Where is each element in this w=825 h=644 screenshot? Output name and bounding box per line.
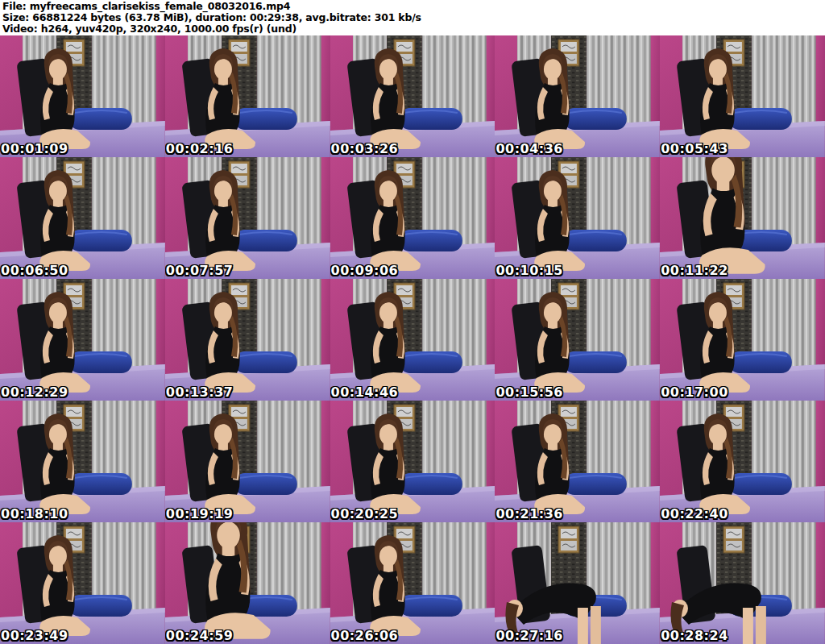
webcam-frame-image — [495, 157, 660, 279]
timestamp-overlay: 00:15:56 — [495, 384, 563, 400]
video-thumbnail[interactable]: 00:20:25 — [330, 401, 495, 522]
timestamp-overlay: 00:20:25 — [331, 506, 399, 521]
timestamp-overlay: 00:21:36 — [495, 506, 563, 521]
webcam-frame-image — [660, 157, 825, 279]
video-contact-sheet: File: myfreecams_clarisekiss_female_0803… — [0, 0, 825, 644]
timestamp-overlay: 00:26:06 — [331, 628, 399, 643]
video-thumbnail[interactable]: 00:24:59 — [165, 522, 330, 644]
timestamp-overlay: 00:01:09 — [1, 141, 68, 156]
timestamp-overlay: 00:09:06 — [331, 263, 399, 278]
video-thumbnail[interactable]: 00:12:29 — [0, 279, 165, 401]
timestamp-overlay: 00:11:22 — [661, 263, 728, 278]
timestamp-overlay: 00:28:24 — [661, 628, 728, 643]
webcam-frame-image — [165, 157, 330, 279]
timestamp-overlay: 00:19:19 — [166, 506, 234, 521]
video-thumbnail[interactable]: 00:21:36 — [495, 401, 660, 522]
webcam-frame-image — [330, 35, 495, 157]
video-thumbnail[interactable]: 00:19:19 — [165, 401, 330, 522]
video-thumbnail[interactable]: 00:01:09 — [0, 35, 165, 157]
webcam-frame-image — [495, 279, 660, 401]
video-thumbnail[interactable]: 00:17:00 — [660, 279, 825, 401]
timestamp-overlay: 00:03:26 — [331, 141, 399, 156]
timestamp-overlay: 00:22:40 — [661, 506, 728, 521]
video-thumbnail[interactable]: 00:27:16 — [495, 522, 660, 644]
video-thumbnail[interactable]: 00:04:36 — [495, 35, 660, 157]
webcam-frame-image — [0, 522, 165, 644]
timestamp-overlay: 00:27:16 — [495, 628, 563, 643]
webcam-frame-image — [165, 279, 330, 401]
video-thumbnail[interactable]: 00:15:56 — [495, 279, 660, 401]
video-thumbnail[interactable]: 00:06:50 — [0, 157, 165, 279]
webcam-frame-image — [660, 401, 825, 522]
webcam-frame-image — [495, 35, 660, 157]
webcam-frame-image — [165, 522, 330, 644]
webcam-frame-image — [165, 35, 330, 157]
video-thumbnail[interactable]: 00:09:06 — [330, 157, 495, 279]
timestamp-overlay: 00:17:00 — [661, 384, 728, 400]
video-thumbnail[interactable]: 00:13:37 — [165, 279, 330, 401]
video-thumbnail[interactable]: 00:14:46 — [330, 279, 495, 401]
video-thumbnail[interactable]: 00:07:57 — [165, 157, 330, 279]
thumbnail-grid: 00:01:09 — [0, 35, 825, 644]
webcam-frame-image — [660, 35, 825, 157]
file-info-header: File: myfreecams_clarisekiss_female_0803… — [0, 0, 825, 35]
timestamp-overlay: 00:07:57 — [166, 263, 234, 278]
video-thumbnail[interactable]: 00:05:43 — [660, 35, 825, 157]
webcam-frame-image — [330, 522, 495, 644]
timestamp-overlay: 00:10:15 — [495, 263, 563, 278]
webcam-frame-image — [0, 35, 165, 157]
timestamp-overlay: 00:14:46 — [331, 384, 399, 400]
video-thumbnail[interactable]: 00:03:26 — [330, 35, 495, 157]
video-thumbnail[interactable]: 00:22:40 — [660, 401, 825, 522]
webcam-frame-image — [330, 279, 495, 401]
webcam-frame-image — [660, 522, 825, 644]
timestamp-overlay: 00:24:59 — [166, 628, 234, 643]
video-thumbnail[interactable]: 00:23:49 — [0, 522, 165, 644]
video-thumbnail[interactable]: 00:11:22 — [660, 157, 825, 279]
timestamp-overlay: 00:04:36 — [495, 141, 563, 156]
video-thumbnail[interactable]: 00:02:16 — [165, 35, 330, 157]
webcam-frame-image — [660, 279, 825, 401]
webcam-frame-image — [330, 401, 495, 522]
timestamp-overlay: 00:12:29 — [1, 384, 68, 400]
file-name-line: File: myfreecams_clarisekiss_female_0803… — [2, 1, 823, 12]
video-thumbnail[interactable]: 00:10:15 — [495, 157, 660, 279]
timestamp-overlay: 00:23:49 — [1, 628, 68, 643]
timestamp-overlay: 00:02:16 — [166, 141, 234, 156]
video-thumbnail[interactable]: 00:28:24 — [660, 522, 825, 644]
webcam-frame-image — [495, 522, 660, 644]
video-thumbnail[interactable]: 00:26:06 — [330, 522, 495, 644]
webcam-frame-image — [0, 279, 165, 401]
video-codec-line: Video: h264, yuv420p, 320x240, 1000.00 f… — [2, 23, 823, 35]
timestamp-overlay: 00:18:10 — [1, 506, 68, 521]
webcam-frame-image — [165, 401, 330, 522]
file-size-line: Size: 66881224 bytes (63.78 MiB), durati… — [2, 12, 823, 23]
timestamp-overlay: 00:13:37 — [166, 384, 234, 400]
video-thumbnail[interactable]: 00:18:10 — [0, 401, 165, 522]
timestamp-overlay: 00:05:43 — [661, 141, 728, 156]
timestamp-overlay: 00:06:50 — [1, 263, 68, 278]
webcam-frame-image — [0, 401, 165, 522]
webcam-frame-image — [495, 401, 660, 522]
webcam-frame-image — [330, 157, 495, 279]
webcam-frame-image — [0, 157, 165, 279]
